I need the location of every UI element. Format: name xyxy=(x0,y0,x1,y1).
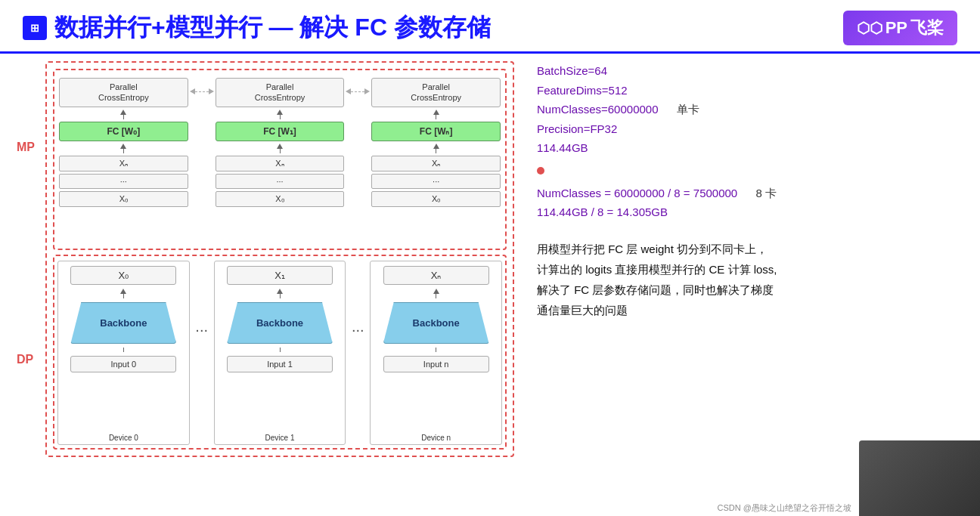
mp-device-1: ParallelCrossEntropy FC [W₁] Xₙ xyxy=(214,75,346,210)
arrow-head-0 xyxy=(120,110,126,115)
v-arrow-fc-0 xyxy=(120,144,126,153)
video-thumbnail xyxy=(859,440,980,516)
input-n: Input n xyxy=(383,356,489,372)
backbone-0: Backbone xyxy=(70,302,176,344)
dots-box-0: ··· xyxy=(59,174,188,189)
stat-numclasses: NumClasses=60000000 单卡 xyxy=(537,100,957,119)
header-title-area: ⊞ 数据并行+模型并行 — 解决 FC 参数存储 xyxy=(23,11,491,45)
stat2-unit-8: 8 卡 xyxy=(755,187,777,199)
arrow-line-n xyxy=(436,115,436,119)
dp-device-0: X₀ Backbone Input 0 Device 0 xyxy=(57,261,190,445)
v-arrow-1 xyxy=(277,110,283,119)
parallel-crossentropy-0: ParallelCrossEntropy xyxy=(59,78,188,107)
mp-devices-row: ParallelCrossEntropy FC [W₀] Xₙ xyxy=(57,75,502,246)
dp-v-arrow-1 xyxy=(277,289,283,298)
dashed-line-0 xyxy=(195,91,209,92)
v-arrow-fc-1 xyxy=(277,144,283,153)
horiz-dashed-1 xyxy=(346,88,370,94)
x0-dp-label: X₀ xyxy=(70,266,176,285)
stat-precision: Precision=FP32 xyxy=(537,119,957,139)
dp-arrow-line-1 xyxy=(280,294,281,298)
stat-numclasses-text: NumClasses=60000000 xyxy=(537,103,659,116)
watermark: CSDN @愚味之山绝望之谷开悟之坡 xyxy=(718,502,851,514)
dp-dots-0: ··· xyxy=(193,261,211,338)
dp-dots-1: ··· xyxy=(349,261,367,338)
main-content: MP DP ParallelCrossEntropy xyxy=(0,54,980,516)
backbone-1: Backbone xyxy=(227,302,333,344)
logo-text: 飞桨 xyxy=(910,17,944,39)
dots-box-n: ··· xyxy=(371,174,501,189)
stat2-numclasses-text: NumClasses = 60000000 / 8 = 7500000 xyxy=(537,187,737,199)
dp-arrow-line-n xyxy=(436,294,436,298)
arrow-between-0-1 xyxy=(190,75,214,94)
dp-device-1: X₁ Backbone Input 1 Device 1 xyxy=(214,261,346,445)
device-1-label: Device 1 xyxy=(265,434,295,442)
x0-box-0: X₀ xyxy=(59,191,188,207)
dp-devices-row: X₀ Backbone Input 0 Device 0 xyxy=(57,261,502,445)
logo-prefix: PP xyxy=(885,18,907,38)
mp-section: ParallelCrossEntropy FC [W₀] Xₙ xyxy=(53,69,507,250)
x0-box-1: X₀ xyxy=(216,191,345,207)
stat-batchsize: BatchSize=64 xyxy=(537,61,957,81)
dp-label: DP xyxy=(17,353,33,366)
arrow-between-1-dots xyxy=(346,75,370,94)
dp-v-arrow-0 xyxy=(120,289,126,298)
header-icon: ⊞ xyxy=(23,16,47,40)
dp-arrow-line-bb-0 xyxy=(123,348,124,352)
xn-box-1: Xₙ xyxy=(216,156,345,171)
parallel-crossentropy-n: ParallelCrossEntropy xyxy=(371,78,501,107)
parallel-crossentropy-1: ParallelCrossEntropy xyxy=(216,78,345,107)
dp-arrow-line-0 xyxy=(123,294,124,298)
page-title: 数据并行+模型并行 — 解决 FC 参数存储 xyxy=(54,11,491,45)
dots-box-1: ··· xyxy=(216,174,345,189)
arrow-line-1 xyxy=(280,115,281,119)
header: ⊞ 数据并行+模型并行 — 解决 FC 参数存储 ⬡⬡ PP 飞桨 xyxy=(0,0,980,54)
v-arrow-0 xyxy=(120,110,126,119)
dp-arrow-line-bb-1 xyxy=(280,348,281,352)
arr-l-1 xyxy=(346,88,351,94)
arr-r-1 xyxy=(364,88,370,94)
dp-v-arrow-bb-n xyxy=(436,348,436,352)
description-text: 用模型并行把 FC 层 weight 切分到不同卡上， 计算出的 logits … xyxy=(537,239,957,320)
arrow-head-n xyxy=(433,110,439,115)
dp-arrow-head-0 xyxy=(120,289,126,294)
fc-wn-box: FC [Wₙ] xyxy=(371,122,501,141)
stat2-numclasses: NumClasses = 60000000 / 8 = 7500000 8 卡 xyxy=(537,184,957,203)
arr-r-0 xyxy=(209,88,214,94)
xn-dp-label: Xₙ xyxy=(383,266,489,285)
dp-v-arrow-bb-1 xyxy=(280,348,281,352)
arrow-line-0 xyxy=(123,115,124,119)
arrow-head-fc-0 xyxy=(120,144,126,149)
stats-block-1: BatchSize=64 FeatureDims=512 NumClasses=… xyxy=(537,61,957,158)
arr-l-0 xyxy=(190,88,195,94)
dp-v-arrow-n xyxy=(433,289,439,298)
diagram-area: MP DP ParallelCrossEntropy xyxy=(15,61,514,509)
device-n-label: Device n xyxy=(421,434,451,442)
x1-dp-label: X₁ xyxy=(227,266,333,285)
arrow-head-fc-1 xyxy=(277,144,283,149)
logo-icon: ⬡⬡ xyxy=(857,19,882,37)
v-arrow-n xyxy=(433,110,439,119)
fc-w1-box: FC [W₁] xyxy=(216,122,345,141)
stats-block-2: NumClasses = 60000000 / 8 = 7500000 8 卡 … xyxy=(537,184,957,222)
dp-arrow-head-n xyxy=(433,289,439,294)
logo-area: ⬡⬡ PP 飞桨 xyxy=(843,11,957,45)
dp-arrow-line-bb-n xyxy=(436,348,436,352)
input-1: Input 1 xyxy=(227,356,333,372)
stat-gb: 114.44GB xyxy=(537,138,957,158)
stat2-gb: 114.44GB / 8 = 14.305GB xyxy=(537,202,957,222)
arrow-line-fc-0 xyxy=(123,149,124,153)
dp-section: X₀ Backbone Input 0 Device 0 xyxy=(53,255,507,450)
mp-label: MP xyxy=(17,141,35,154)
xn-box-0: Xₙ xyxy=(59,156,188,171)
dp-v-arrow-bb-0 xyxy=(123,348,124,352)
x0-box-n: X₀ xyxy=(371,191,501,207)
device-0-label: Device 0 xyxy=(109,434,138,442)
stat-unit-single: 单卡 xyxy=(677,103,699,116)
dashed-line-1 xyxy=(351,91,364,92)
input-0: Input 0 xyxy=(70,356,176,372)
outer-diagram-box: ParallelCrossEntropy FC [W₀] Xₙ xyxy=(45,61,514,457)
stat-featuredims: FeatureDims=512 xyxy=(537,81,957,100)
xn-box-n: Xₙ xyxy=(371,156,501,171)
dp-device-n: Xₙ Backbone Input n Device n xyxy=(370,261,502,445)
